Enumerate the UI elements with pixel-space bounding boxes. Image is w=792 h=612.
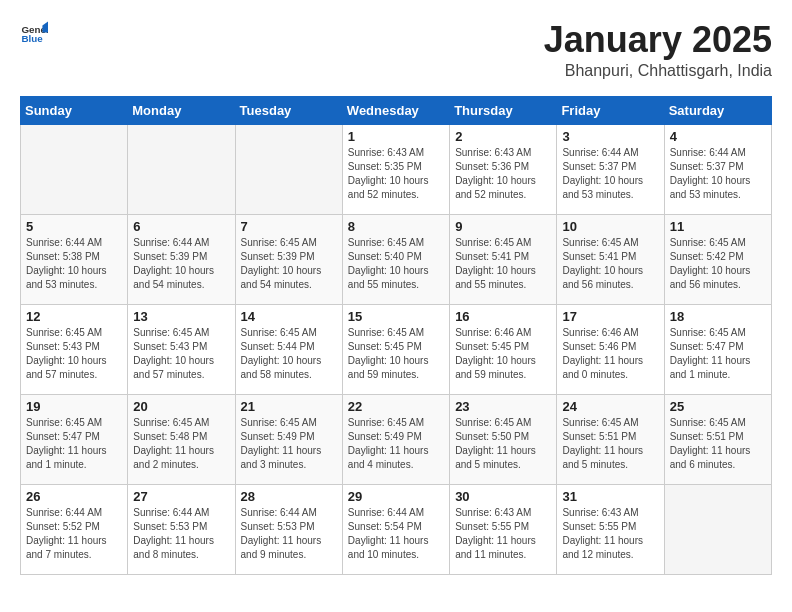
day-number: 13 (133, 309, 229, 324)
table-row: 6Sunrise: 6:44 AMSunset: 5:39 PMDaylight… (128, 214, 235, 304)
day-number: 12 (26, 309, 122, 324)
table-row (21, 124, 128, 214)
day-number: 31 (562, 489, 658, 504)
table-row: 27Sunrise: 6:44 AMSunset: 5:53 PMDayligh… (128, 484, 235, 574)
page-header: General Blue January 2025 Bhanpuri, Chha… (20, 20, 772, 80)
col-tuesday: Tuesday (235, 96, 342, 124)
day-info: Sunrise: 6:43 AMSunset: 5:55 PMDaylight:… (455, 506, 551, 562)
day-number: 22 (348, 399, 444, 414)
title-block: January 2025 Bhanpuri, Chhattisgarh, Ind… (544, 20, 772, 80)
day-info: Sunrise: 6:45 AMSunset: 5:48 PMDaylight:… (133, 416, 229, 472)
calendar-table: Sunday Monday Tuesday Wednesday Thursday… (20, 96, 772, 575)
day-number: 18 (670, 309, 766, 324)
day-number: 28 (241, 489, 337, 504)
day-number: 16 (455, 309, 551, 324)
day-number: 8 (348, 219, 444, 234)
day-number: 30 (455, 489, 551, 504)
table-row: 16Sunrise: 6:46 AMSunset: 5:45 PMDayligh… (450, 304, 557, 394)
col-saturday: Saturday (664, 96, 771, 124)
table-row: 29Sunrise: 6:44 AMSunset: 5:54 PMDayligh… (342, 484, 449, 574)
table-row: 14Sunrise: 6:45 AMSunset: 5:44 PMDayligh… (235, 304, 342, 394)
day-number: 21 (241, 399, 337, 414)
table-row: 8Sunrise: 6:45 AMSunset: 5:40 PMDaylight… (342, 214, 449, 304)
day-number: 14 (241, 309, 337, 324)
day-number: 20 (133, 399, 229, 414)
table-row: 28Sunrise: 6:44 AMSunset: 5:53 PMDayligh… (235, 484, 342, 574)
day-info: Sunrise: 6:44 AMSunset: 5:37 PMDaylight:… (670, 146, 766, 202)
day-number: 26 (26, 489, 122, 504)
day-number: 15 (348, 309, 444, 324)
day-number: 27 (133, 489, 229, 504)
table-row: 10Sunrise: 6:45 AMSunset: 5:41 PMDayligh… (557, 214, 664, 304)
day-info: Sunrise: 6:45 AMSunset: 5:41 PMDaylight:… (562, 236, 658, 292)
table-row: 7Sunrise: 6:45 AMSunset: 5:39 PMDaylight… (235, 214, 342, 304)
table-row: 9Sunrise: 6:45 AMSunset: 5:41 PMDaylight… (450, 214, 557, 304)
calendar-week-row: 1Sunrise: 6:43 AMSunset: 5:35 PMDaylight… (21, 124, 772, 214)
svg-text:Blue: Blue (21, 33, 43, 44)
day-info: Sunrise: 6:45 AMSunset: 5:50 PMDaylight:… (455, 416, 551, 472)
col-wednesday: Wednesday (342, 96, 449, 124)
day-number: 3 (562, 129, 658, 144)
day-number: 11 (670, 219, 766, 234)
table-row: 5Sunrise: 6:44 AMSunset: 5:38 PMDaylight… (21, 214, 128, 304)
day-number: 4 (670, 129, 766, 144)
day-info: Sunrise: 6:45 AMSunset: 5:42 PMDaylight:… (670, 236, 766, 292)
day-number: 24 (562, 399, 658, 414)
day-info: Sunrise: 6:43 AMSunset: 5:35 PMDaylight:… (348, 146, 444, 202)
table-row: 26Sunrise: 6:44 AMSunset: 5:52 PMDayligh… (21, 484, 128, 574)
calendar-week-row: 5Sunrise: 6:44 AMSunset: 5:38 PMDaylight… (21, 214, 772, 304)
col-friday: Friday (557, 96, 664, 124)
day-number: 5 (26, 219, 122, 234)
day-info: Sunrise: 6:44 AMSunset: 5:53 PMDaylight:… (241, 506, 337, 562)
table-row (128, 124, 235, 214)
day-number: 9 (455, 219, 551, 234)
day-info: Sunrise: 6:45 AMSunset: 5:39 PMDaylight:… (241, 236, 337, 292)
table-row: 2Sunrise: 6:43 AMSunset: 5:36 PMDaylight… (450, 124, 557, 214)
table-row (235, 124, 342, 214)
day-info: Sunrise: 6:45 AMSunset: 5:44 PMDaylight:… (241, 326, 337, 382)
table-row: 20Sunrise: 6:45 AMSunset: 5:48 PMDayligh… (128, 394, 235, 484)
day-info: Sunrise: 6:44 AMSunset: 5:54 PMDaylight:… (348, 506, 444, 562)
day-number: 10 (562, 219, 658, 234)
calendar-week-row: 12Sunrise: 6:45 AMSunset: 5:43 PMDayligh… (21, 304, 772, 394)
day-info: Sunrise: 6:45 AMSunset: 5:43 PMDaylight:… (133, 326, 229, 382)
day-info: Sunrise: 6:43 AMSunset: 5:36 PMDaylight:… (455, 146, 551, 202)
table-row: 13Sunrise: 6:45 AMSunset: 5:43 PMDayligh… (128, 304, 235, 394)
table-row: 21Sunrise: 6:45 AMSunset: 5:49 PMDayligh… (235, 394, 342, 484)
col-monday: Monday (128, 96, 235, 124)
day-info: Sunrise: 6:44 AMSunset: 5:38 PMDaylight:… (26, 236, 122, 292)
table-row: 30Sunrise: 6:43 AMSunset: 5:55 PMDayligh… (450, 484, 557, 574)
table-row: 22Sunrise: 6:45 AMSunset: 5:49 PMDayligh… (342, 394, 449, 484)
calendar-subtitle: Bhanpuri, Chhattisgarh, India (544, 62, 772, 80)
table-row: 3Sunrise: 6:44 AMSunset: 5:37 PMDaylight… (557, 124, 664, 214)
col-thursday: Thursday (450, 96, 557, 124)
day-info: Sunrise: 6:45 AMSunset: 5:45 PMDaylight:… (348, 326, 444, 382)
day-number: 6 (133, 219, 229, 234)
table-row: 25Sunrise: 6:45 AMSunset: 5:51 PMDayligh… (664, 394, 771, 484)
table-row: 12Sunrise: 6:45 AMSunset: 5:43 PMDayligh… (21, 304, 128, 394)
day-info: Sunrise: 6:45 AMSunset: 5:40 PMDaylight:… (348, 236, 444, 292)
day-info: Sunrise: 6:45 AMSunset: 5:47 PMDaylight:… (670, 326, 766, 382)
logo: General Blue (20, 20, 48, 48)
day-number: 17 (562, 309, 658, 324)
table-row: 15Sunrise: 6:45 AMSunset: 5:45 PMDayligh… (342, 304, 449, 394)
day-info: Sunrise: 6:45 AMSunset: 5:51 PMDaylight:… (670, 416, 766, 472)
calendar-header-row: Sunday Monday Tuesday Wednesday Thursday… (21, 96, 772, 124)
day-info: Sunrise: 6:44 AMSunset: 5:53 PMDaylight:… (133, 506, 229, 562)
day-info: Sunrise: 6:45 AMSunset: 5:43 PMDaylight:… (26, 326, 122, 382)
day-info: Sunrise: 6:44 AMSunset: 5:52 PMDaylight:… (26, 506, 122, 562)
table-row: 4Sunrise: 6:44 AMSunset: 5:37 PMDaylight… (664, 124, 771, 214)
table-row: 18Sunrise: 6:45 AMSunset: 5:47 PMDayligh… (664, 304, 771, 394)
day-info: Sunrise: 6:46 AMSunset: 5:45 PMDaylight:… (455, 326, 551, 382)
day-number: 25 (670, 399, 766, 414)
logo-icon: General Blue (20, 20, 48, 48)
table-row: 23Sunrise: 6:45 AMSunset: 5:50 PMDayligh… (450, 394, 557, 484)
day-number: 19 (26, 399, 122, 414)
table-row: 17Sunrise: 6:46 AMSunset: 5:46 PMDayligh… (557, 304, 664, 394)
day-number: 2 (455, 129, 551, 144)
table-row: 11Sunrise: 6:45 AMSunset: 5:42 PMDayligh… (664, 214, 771, 304)
day-info: Sunrise: 6:45 AMSunset: 5:41 PMDaylight:… (455, 236, 551, 292)
day-info: Sunrise: 6:45 AMSunset: 5:49 PMDaylight:… (348, 416, 444, 472)
day-info: Sunrise: 6:44 AMSunset: 5:39 PMDaylight:… (133, 236, 229, 292)
table-row: 19Sunrise: 6:45 AMSunset: 5:47 PMDayligh… (21, 394, 128, 484)
